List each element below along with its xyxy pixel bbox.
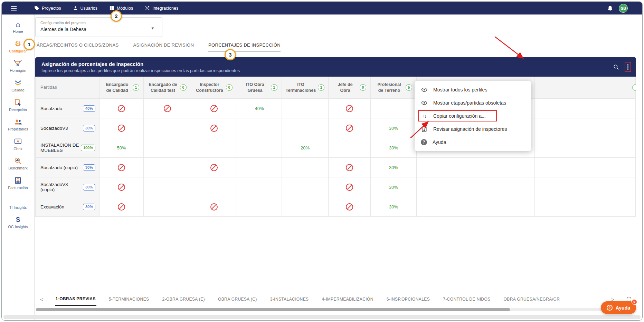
table-cell[interactable] [144, 138, 191, 158]
sidebar-item-calidad[interactable]: Calidad [2, 77, 34, 95]
stage-tab-1-obras-previas[interactable]: 1-OBRAS PREVIAS [55, 293, 96, 306]
table-cell[interactable] [282, 158, 329, 177]
sidebar-item-home[interactable]: ⌂Home [2, 18, 34, 36]
sidebar-item-propietarios[interactable]: Propietarios [2, 116, 34, 134]
stage-tab-3-instalaciones[interactable]: 3-INSTALACIONES [269, 293, 310, 305]
topnav-item-proyectos[interactable]: Proyectos [34, 6, 61, 11]
table-cell[interactable] [191, 118, 237, 138]
table-cell[interactable] [417, 177, 462, 197]
partida-percent-chip[interactable]: 30% [83, 204, 95, 210]
stage-tab-obra-gruesa-c[interactable]: OBRA GRUESA (C) [217, 293, 258, 305]
stage-tab-2-obra-gruesa-e[interactable]: 2-OBRA GRUESA (E) [161, 293, 206, 305]
menu-item-mostrar-todos-los-perfiles[interactable]: Mostrar todos los perfiles [415, 83, 531, 96]
table-cell[interactable] [329, 158, 371, 177]
table-cell[interactable] [329, 177, 371, 197]
table-cell[interactable] [282, 118, 329, 138]
table-cell[interactable] [282, 177, 329, 197]
table-cell[interactable] [237, 118, 282, 138]
table-cell[interactable] [535, 118, 636, 138]
table-cell[interactable] [237, 177, 282, 197]
table-cell[interactable] [462, 177, 535, 197]
table-cell[interactable] [329, 138, 371, 158]
stage-tab-7-control-de-nidos[interactable]: 7-CONTROL DE NIDOS [442, 293, 491, 305]
search-icon[interactable] [613, 64, 619, 70]
table-cell[interactable] [282, 197, 329, 217]
table-cell[interactable]: 20% [282, 138, 329, 158]
tab-areas-recintos-o-ciclos-zonas[interactable]: ÁREAS/RECINTOS O CICLOS/ZONAS [37, 42, 119, 51]
tab-asignacion-de-revision[interactable]: ASIGNACIÓN DE REVISIÓN [133, 42, 194, 51]
table-cell[interactable] [329, 118, 371, 138]
stage-tab-5-terminaciones[interactable]: 5-TERMINACIONES [108, 293, 150, 305]
sidebar-item-hormigon[interactable]: Hormigón [2, 57, 34, 75]
menu-item-ayuda[interactable]: ?Ayuda [415, 136, 531, 149]
sidebar-item-ti-insights[interactable]: TI Insights [2, 194, 34, 212]
options-menu-button[interactable] [626, 64, 630, 70]
sidebar-item-cbox[interactable]: Cbox [2, 135, 34, 153]
table-cell[interactable]: 30% [371, 197, 417, 217]
stage-tab-6-insp-opcionales[interactable]: 6-INSP.OPCIONALES [386, 293, 430, 305]
partida-percent-chip[interactable]: 40% [83, 105, 95, 112]
table-cell[interactable] [535, 158, 636, 177]
chevron-left-icon[interactable]: < [40, 296, 43, 302]
table-cell[interactable] [462, 197, 535, 217]
table-cell[interactable] [535, 197, 636, 217]
tab-porcentajes-de-inspeccion[interactable]: PORCENTAJES DE INSPECCIÓN [208, 42, 281, 51]
table-cell[interactable]: 30% [371, 158, 417, 177]
table-cell[interactable]: 40% [237, 99, 282, 118]
stage-tab-4-impermeabilizacion[interactable]: 4-IMPERMEABILIZACIÓN [321, 293, 374, 305]
topnav-item-integraciones[interactable]: Integraciones [145, 6, 178, 11]
sidebar-item-benchmark[interactable]: Benchmark [2, 155, 34, 173]
menu-item-revisar-asignacion-de-inspectores[interactable]: Revisar asignación de inspectores [415, 123, 531, 136]
page-scrollbar[interactable] [3, 315, 641, 319]
sidebar-item-configurar[interactable]: ⚙Configurar [2, 38, 34, 56]
table-cell[interactable] [371, 99, 417, 118]
menu-item-copiar-configuracion-a[interactable]: ↑↓Copiar configuración a... [415, 109, 531, 123]
sidebar-item-oc-insights[interactable]: $OC Insights [2, 213, 34, 231]
table-cell[interactable] [282, 99, 329, 118]
table-cell[interactable] [191, 99, 237, 118]
table-cell[interactable] [100, 158, 144, 177]
table-cell[interactable] [144, 158, 191, 177]
table-cell[interactable] [329, 197, 371, 217]
table-cell[interactable] [417, 158, 462, 177]
table-cell[interactable] [144, 118, 191, 138]
table-cell[interactable]: 30% [371, 138, 417, 158]
table-cell[interactable] [100, 177, 144, 197]
table-cell[interactable] [535, 177, 636, 197]
stage-tab-obra-gruesa-negra-gr[interactable]: OBRA GRUESA/NEGRA/GR [503, 293, 561, 305]
topnav-item-usuarios[interactable]: Usuarios [73, 6, 97, 11]
notifications-bell-icon[interactable] [607, 5, 613, 11]
table-cell[interactable]: 50% [100, 138, 144, 158]
close-icon[interactable]: × [632, 299, 637, 305]
table-cell[interactable] [191, 197, 237, 217]
hamburger-menu-icon[interactable] [10, 4, 18, 12]
table-cell[interactable] [100, 99, 144, 118]
table-cell[interactable]: 30% [371, 177, 417, 197]
table-cell[interactable]: 30% [371, 118, 417, 138]
table-cell[interactable] [144, 197, 191, 217]
table-cell[interactable] [462, 158, 535, 177]
partida-percent-chip[interactable]: 30% [83, 125, 95, 131]
help-floating-button[interactable]: ? Ayuda × [601, 301, 636, 314]
partida-percent-chip[interactable]: 30% [83, 184, 95, 191]
sidebar-item-facturacion[interactable]: Facturación [2, 174, 34, 192]
menu-item-mostrar-etapas-partidas-obsoletas[interactable]: Mostrar etapas/partidas obsoletas [415, 96, 531, 109]
table-cell[interactable] [329, 99, 371, 118]
table-cell[interactable] [535, 99, 636, 118]
table-cell[interactable] [144, 99, 191, 118]
table-cell[interactable] [237, 158, 282, 177]
partida-percent-chip[interactable]: 30% [83, 164, 95, 171]
table-cell[interactable] [535, 138, 636, 158]
topnav-item-modulos[interactable]: Módulos [109, 6, 133, 11]
table-cell[interactable] [144, 177, 191, 197]
table-cell[interactable] [100, 197, 144, 217]
table-cell[interactable] [237, 197, 282, 217]
scrollbar-thumb[interactable] [36, 308, 510, 311]
table-cell[interactable] [191, 177, 237, 197]
table-cell[interactable] [100, 118, 144, 138]
table-cell[interactable] [191, 158, 237, 177]
partida-percent-chip[interactable]: 100% [81, 145, 95, 151]
project-select[interactable]: Configuración del proyecto Alerces de la… [35, 17, 162, 37]
sidebar-item-recepcion[interactable]: Recepción [2, 96, 34, 114]
table-cell[interactable] [237, 138, 282, 158]
